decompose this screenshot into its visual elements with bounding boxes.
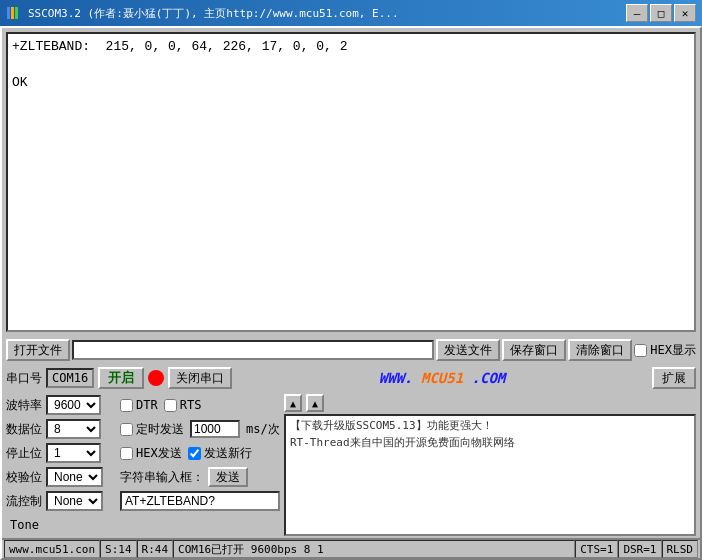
record-icon: [148, 370, 164, 386]
close-port-button[interactable]: 关闭串口: [168, 367, 232, 389]
info-line1: 【下载升级版SSCOM5.13】功能更强大！: [290, 418, 690, 433]
char-input-label: 字符串输入框：: [120, 469, 204, 486]
output-text: +ZLTEBAND: 215, 0, 0, 64, 226, 17, 0, 0,…: [12, 38, 690, 93]
parity-label: 校验位: [6, 469, 42, 486]
data-label: 数据位: [6, 421, 42, 438]
data-row: 数据位 8: [6, 418, 116, 440]
maximize-button[interactable]: □: [650, 4, 672, 22]
rts-label[interactable]: RTS: [164, 398, 202, 412]
baud-label: 波特率: [6, 397, 42, 414]
arrow-up-2[interactable]: ▲: [306, 394, 324, 412]
svg-rect-0: [7, 7, 10, 19]
tone-row: Tone: [6, 514, 116, 536]
settings-area: 波特率 9600 数据位 8 停止位 1 校验位 None: [2, 392, 700, 538]
open-port-button[interactable]: 开启: [98, 367, 144, 389]
hex-send-label[interactable]: HEX发送: [120, 445, 182, 462]
hex-send-checkbox[interactable]: [120, 447, 133, 460]
send-row: 字符串输入框： 发送: [120, 466, 280, 488]
main-window: +ZLTEBAND: 215, 0, 0, 64, 226, 17, 0, 0,…: [0, 26, 702, 560]
tone-label: Tone: [6, 517, 43, 533]
stop-label: 停止位: [6, 445, 42, 462]
timer-check-label[interactable]: 定时发送: [120, 421, 184, 438]
open-file-button[interactable]: 打开文件: [6, 339, 70, 361]
arrows-row: ▲ ▲: [284, 394, 696, 412]
toolbar-row1: 打开文件 发送文件 保存窗口 清除窗口 HEX显示: [2, 336, 700, 364]
dtr-rts-row: DTR RTS: [120, 394, 280, 416]
status-dsr: DSR=1: [618, 540, 661, 558]
timer-checkbox[interactable]: [120, 423, 133, 436]
timer-row: 定时发送 ms/次: [120, 418, 280, 440]
close-button[interactable]: ✕: [674, 4, 696, 22]
parity-select[interactable]: None: [46, 467, 103, 487]
expand-button[interactable]: 扩展: [652, 367, 696, 389]
hex-display-checkbox[interactable]: [634, 344, 647, 357]
title-buttons: — □ ✕: [626, 4, 696, 22]
data-select[interactable]: 8: [46, 419, 101, 439]
filename-input[interactable]: [72, 340, 434, 360]
dtr-checkbox[interactable]: [120, 399, 133, 412]
svg-rect-2: [15, 7, 18, 19]
settings-left: 波特率 9600 数据位 8 停止位 1 校验位 None: [6, 394, 116, 536]
stop-row: 停止位 1: [6, 442, 116, 464]
timer-input[interactable]: [190, 420, 240, 438]
rts-checkbox[interactable]: [164, 399, 177, 412]
title-bar: SSCOM3.2 (作者:聂小猛(丁丁), 主页http://www.mcu51…: [0, 0, 702, 26]
clear-window-button[interactable]: 清除窗口: [568, 339, 632, 361]
settings-right: ▲ ▲ 【下载升级版SSCOM5.13】功能更强大！ RT-Thread来自中国…: [284, 394, 696, 536]
flow-select[interactable]: None: [46, 491, 103, 511]
status-rlsd: RLSD: [662, 540, 699, 558]
status-r: R:44: [137, 540, 174, 558]
output-area[interactable]: +ZLTEBAND: 215, 0, 0, 64, 226, 17, 0, 0,…: [6, 32, 696, 332]
status-website: www.mcu51.con: [4, 540, 100, 558]
status-s: S:14: [100, 540, 137, 558]
parity-row: 校验位 None: [6, 466, 116, 488]
flow-row: 流控制 None: [6, 490, 116, 512]
send-input[interactable]: [120, 491, 280, 511]
newline-checkbox[interactable]: [188, 447, 201, 460]
info-line2: RT-Thread来自中国的开源免费面向物联网络: [290, 435, 690, 450]
arrow-up-1[interactable]: ▲: [284, 394, 302, 412]
info-box: 【下载升级版SSCOM5.13】功能更强大！ RT-Thread来自中国的开源免…: [284, 414, 696, 536]
port-label: 串口号: [6, 370, 42, 387]
minimize-button[interactable]: —: [626, 4, 648, 22]
port-value: COM16: [46, 368, 94, 388]
timer-unit: ms/次: [246, 421, 280, 438]
hex-display-label[interactable]: HEX显示: [634, 342, 696, 359]
website-text: WWW. MCU51 .COM: [236, 370, 648, 386]
flow-label: 流控制: [6, 493, 42, 510]
baud-select[interactable]: 9600: [46, 395, 101, 415]
settings-middle: DTR RTS 定时发送 ms/次 HEX发送: [120, 394, 280, 536]
com-row: 串口号 COM16 开启 关闭串口 WWW. MCU51 .COM 扩展: [2, 364, 700, 392]
status-port: COM16已打开 9600bps 8 1: [173, 540, 575, 558]
status-bar: www.mcu51.con S:14 R:44 COM16已打开 9600bps…: [2, 538, 700, 558]
svg-rect-1: [11, 7, 14, 19]
baud-row: 波特率 9600: [6, 394, 116, 416]
stop-select[interactable]: 1: [46, 443, 101, 463]
window-title: SSCOM3.2 (作者:聂小猛(丁丁), 主页http://www.mcu51…: [28, 6, 399, 21]
newline-label[interactable]: 发送新行: [188, 445, 252, 462]
save-window-button[interactable]: 保存窗口: [502, 339, 566, 361]
send-button[interactable]: 发送: [208, 467, 248, 487]
hex-newline-row: HEX发送 发送新行: [120, 442, 280, 464]
hex-display-text: HEX显示: [650, 342, 696, 359]
status-cts: CTS=1: [575, 540, 618, 558]
app-icon: [6, 5, 22, 21]
input-row: [120, 490, 280, 512]
send-file-button[interactable]: 发送文件: [436, 339, 500, 361]
dtr-label[interactable]: DTR: [120, 398, 158, 412]
